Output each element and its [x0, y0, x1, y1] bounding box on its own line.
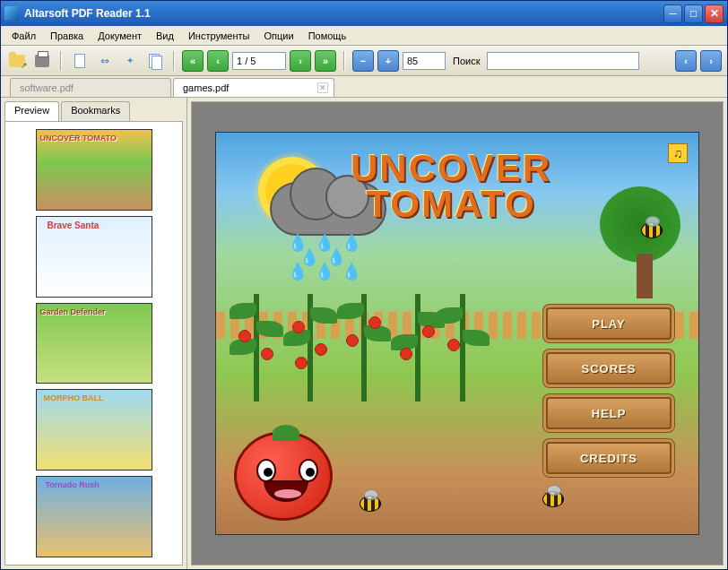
close-tab-icon[interactable]: ✕ — [317, 82, 328, 93]
document-view[interactable]: 💧💧💧 💧💧💧💧💧 UNCOVER TOMATO ♫ — [191, 101, 724, 566]
single-page-button[interactable] — [69, 50, 91, 72]
prev-page-button[interactable]: ‹ — [207, 50, 229, 72]
thumbnail-page-4[interactable] — [36, 389, 152, 471]
thumbnail-page-1[interactable] — [36, 129, 152, 211]
music-icon: ♫ — [668, 143, 688, 163]
help-button: HELP — [546, 397, 672, 429]
separator — [60, 51, 62, 71]
zoom-in-button[interactable]: + — [377, 50, 399, 72]
zoom-input[interactable] — [403, 52, 446, 70]
menu-edit[interactable]: Правка — [43, 29, 91, 43]
doc-tab-label: games.pdf — [183, 82, 229, 93]
play-button: PLAY — [546, 307, 672, 340]
doc-tab-label: software.pdf — [20, 82, 74, 93]
search-prev-button[interactable]: ‹ — [675, 50, 697, 72]
minimize-button[interactable]: ─ — [663, 4, 682, 23]
page-input[interactable] — [232, 52, 286, 70]
continuous-button[interactable] — [144, 50, 166, 72]
menu-file[interactable]: Файл — [4, 29, 43, 43]
plants-graphic — [234, 294, 485, 455]
bee-graphic — [542, 491, 564, 507]
separator — [343, 51, 345, 71]
menu-options[interactable]: Опции — [257, 29, 301, 43]
search-next-button[interactable]: › — [700, 50, 722, 72]
sidebar: Preview Bookmarks — [1, 98, 187, 569]
bee-graphic — [641, 222, 663, 238]
print-button[interactable] — [31, 50, 53, 72]
page-content: 💧💧💧 💧💧💧💧💧 UNCOVER TOMATO ♫ — [215, 132, 699, 535]
fit-width-button[interactable]: ⇔ — [94, 50, 116, 72]
menu-view[interactable]: Вид — [149, 29, 181, 43]
menu-document[interactable]: Документ — [91, 29, 149, 43]
content-area: Preview Bookmarks 💧💧💧 💧💧💧💧💧 UNCOVER — [1, 98, 727, 569]
menu-tools[interactable]: Инструменты — [181, 29, 257, 43]
open-button[interactable]: ↗ — [6, 50, 28, 72]
title-line-2: TOMATO — [351, 186, 551, 222]
separator — [173, 51, 175, 71]
close-button[interactable]: ✕ — [705, 4, 724, 23]
app-icon — [4, 6, 19, 21]
search-input[interactable] — [487, 52, 639, 70]
tree-graphic — [600, 186, 689, 294]
first-page-button[interactable]: « — [182, 50, 204, 72]
thumbnail-page-2[interactable] — [36, 216, 152, 298]
search-label: Поиск — [453, 56, 480, 66]
title-line-1: UNCOVER — [351, 151, 551, 186]
window-title: Altarsoft PDF Reader 1.1 — [24, 7, 663, 20]
zoom-out-button[interactable]: − — [352, 50, 374, 72]
thumbnails-panel[interactable] — [4, 121, 183, 566]
document-tabs: software.pdf games.pdf ✕ — [1, 76, 727, 98]
thumbnail-page-3[interactable] — [36, 303, 152, 384]
sidebar-tab-bookmarks[interactable]: Bookmarks — [61, 101, 130, 121]
sidebar-tab-preview[interactable]: Preview — [4, 101, 59, 121]
rain-graphic: 💧💧💧 💧💧💧💧💧 — [288, 236, 368, 279]
scores-button: SCORES — [546, 352, 672, 384]
menu-help[interactable]: Помощь — [301, 29, 354, 43]
game-title: UNCOVER TOMATO — [351, 151, 551, 222]
bee-graphic — [360, 496, 381, 512]
game-menu: PLAY SCORES HELP CREDITS — [546, 307, 672, 474]
toolbar: ↗ ⇔ ✦ « ‹ › » − + Поиск ‹ › — [1, 46, 727, 76]
titlebar: Altarsoft PDF Reader 1.1 ─ □ ✕ — [1, 1, 727, 26]
doc-tab-software[interactable]: software.pdf — [10, 78, 171, 97]
thumbnail-page-5[interactable] — [36, 476, 152, 557]
fit-page-button[interactable]: ✦ — [119, 50, 141, 72]
maximize-button[interactable]: □ — [684, 4, 703, 23]
last-page-button[interactable]: » — [315, 50, 336, 72]
credits-button: CREDITS — [546, 442, 672, 474]
next-page-button[interactable]: › — [290, 50, 311, 72]
tomato-character — [234, 431, 333, 521]
menubar: Файл Правка Документ Вид Инструменты Опц… — [1, 26, 727, 46]
doc-tab-games[interactable]: games.pdf ✕ — [173, 78, 334, 97]
